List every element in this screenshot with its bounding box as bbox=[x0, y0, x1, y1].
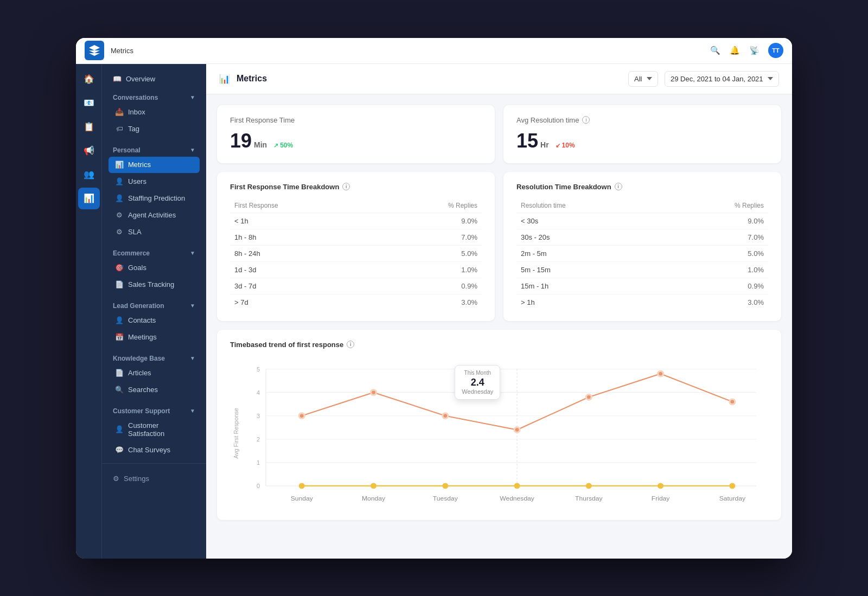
value-cell: 0.9% bbox=[376, 278, 482, 294]
sidebar-item-sla[interactable]: ⚙ SLA bbox=[108, 224, 200, 240]
section-header-personal[interactable]: Personal ▼ bbox=[106, 142, 202, 156]
title-bar: Metrics 🔍 🔔 📡 TT bbox=[76, 38, 792, 64]
section-header-lead-generation[interactable]: Lead Generation ▼ bbox=[106, 298, 202, 312]
sidebar-content: 📖 Overview Conversations ▼ 📥 Inbox bbox=[102, 64, 206, 559]
sidebar-item-goals[interactable]: 🎯 Goals bbox=[108, 260, 200, 276]
staffing-label: Staffing Prediction bbox=[128, 194, 185, 202]
content-header: 📊 Metrics All 29 Dec, 2021 to 04 Jan, 20… bbox=[206, 64, 792, 94]
overview-label: Overview bbox=[126, 75, 155, 83]
section-header-knowledge-base[interactable]: Knowledge Base ▼ bbox=[106, 350, 202, 364]
value-cell: 7.0% bbox=[663, 229, 768, 245]
search-icon[interactable]: 🔍 bbox=[710, 45, 720, 56]
section-header-conversations[interactable]: Conversations ▼ bbox=[106, 89, 202, 104]
meetings-icon: 📅 bbox=[115, 333, 124, 342]
col-replies-1: % Replies bbox=[376, 198, 482, 213]
first-response-title: First Response Time bbox=[230, 116, 482, 124]
sidebar: 🏠 📧 📋 📢 👥 📊 📖 Overview bbox=[76, 64, 206, 559]
sidebar-item-tag[interactable]: 🏷 Tag bbox=[108, 121, 200, 137]
sidebar-item-contacts[interactable]: 👤 Contacts bbox=[108, 312, 200, 329]
avg-resolution-badge: ↙ 10% bbox=[556, 142, 575, 149]
searches-icon: 🔍 bbox=[115, 386, 124, 394]
svg-text:Tuesday: Tuesday bbox=[433, 494, 458, 502]
main-content: 📊 Metrics All 29 Dec, 2021 to 04 Jan, 20… bbox=[206, 64, 792, 559]
svg-point-38 bbox=[587, 395, 591, 399]
sidebar-item-staffing-prediction[interactable]: 👤 Staffing Prediction bbox=[108, 190, 200, 207]
resolution-time-breakdown-table: Resolution time % Replies < 30s9.0%30s -… bbox=[516, 198, 768, 310]
first-response-value: 19 Min ↗ 50% bbox=[230, 130, 482, 152]
settings-button[interactable]: ⚙ Settings bbox=[108, 470, 200, 487]
first-response-card: First Response Time 19 Min ↗ 50% bbox=[217, 105, 495, 163]
sidebar-item-users[interactable]: 👤 Users bbox=[108, 174, 200, 190]
nav-home-icon[interactable]: 🏠 bbox=[78, 68, 100, 90]
range-cell: < 1h bbox=[230, 213, 376, 229]
avg-resolution-value: 15 Hr ↙ 10% bbox=[516, 130, 768, 152]
date-range-select[interactable]: 29 Dec, 2021 to 04 Jan, 2021 bbox=[665, 71, 779, 87]
section-header-customer-support[interactable]: Customer Support ▼ bbox=[106, 403, 202, 417]
user-avatar[interactable]: TT bbox=[768, 43, 783, 58]
sidebar-item-metrics[interactable]: 📊 Metrics bbox=[108, 157, 200, 173]
filter-all-select[interactable]: All bbox=[628, 71, 658, 87]
sidebar-item-agent-activities[interactable]: ⚙ Agent Activities bbox=[108, 207, 200, 223]
sidebar-overview-item[interactable]: 📖 Overview bbox=[106, 71, 202, 87]
inbox-icon: 📥 bbox=[115, 108, 124, 117]
metrics-label: Metrics bbox=[128, 161, 151, 169]
section-title-lead-generation: Lead Generation bbox=[113, 302, 164, 310]
nav-metrics-icon[interactable]: 📊 bbox=[78, 188, 100, 209]
first-response-badge: ↗ 50% bbox=[273, 142, 293, 149]
sidebar-item-customer-satisfaction[interactable]: 👤 Customer Satisfaction bbox=[108, 418, 200, 441]
svg-point-36 bbox=[515, 428, 519, 431]
chevron-ecommerce-icon: ▼ bbox=[190, 250, 195, 256]
sidebar-item-inbox[interactable]: 📥 Inbox bbox=[108, 104, 200, 120]
down-arrow-icon: ↙ bbox=[556, 142, 560, 149]
sidebar-item-sales-tracking[interactable]: 📄 Sales Tracking bbox=[108, 277, 200, 293]
range-cell: 1d - 3d bbox=[230, 261, 376, 278]
chart-title: Timebased trend of first response i bbox=[230, 341, 768, 349]
articles-label: Articles bbox=[128, 369, 151, 377]
sidebar-item-meetings[interactable]: 📅 Meetings bbox=[108, 329, 200, 345]
svg-point-23 bbox=[371, 483, 376, 489]
metric-cards-row: First Response Time 19 Min ↗ 50% bbox=[217, 105, 781, 163]
chevron-lead-generation-icon: ▼ bbox=[190, 303, 195, 309]
nav-inbox-icon[interactable]: 📧 bbox=[78, 92, 100, 114]
breakdown-cards-row: First Response Time Breakdown i First Re… bbox=[217, 172, 781, 321]
range-cell: 5m - 15m bbox=[516, 261, 663, 278]
notification-icon[interactable]: 📡 bbox=[749, 45, 760, 56]
sidebar-section-personal: Personal ▼ 📊 Metrics 👤 Users 👤 bbox=[102, 142, 206, 245]
svg-point-24 bbox=[442, 483, 448, 489]
table-row: < 1h9.0% bbox=[230, 213, 482, 229]
page-title: Metrics bbox=[237, 74, 267, 84]
sidebar-item-searches[interactable]: 🔍 Searches bbox=[108, 382, 200, 398]
range-cell: > 7d bbox=[230, 294, 376, 310]
surveys-label: Chat Surveys bbox=[128, 446, 170, 454]
sidebar-item-chat-surveys[interactable]: 💬 Chat Surveys bbox=[108, 442, 200, 458]
meetings-label: Meetings bbox=[128, 333, 157, 341]
nav-contacts-icon[interactable]: 👥 bbox=[78, 164, 100, 185]
svg-point-42 bbox=[731, 400, 735, 403]
sidebar-item-articles[interactable]: 📄 Articles bbox=[108, 365, 200, 381]
users-label: Users bbox=[128, 177, 146, 185]
section-title-customer-support: Customer Support bbox=[113, 407, 170, 415]
sidebar-section-ecommerce: Ecommerce ▼ 🎯 Goals 📄 Sales Tracking bbox=[102, 245, 206, 298]
chart-area: 0 1 2 3 4 5 Avg First Response Sunday Mo… bbox=[230, 357, 768, 509]
sidebar-footer: ⚙ Settings bbox=[102, 463, 206, 494]
value-cell: 3.0% bbox=[376, 294, 482, 310]
svg-text:Avg First Response: Avg First Response bbox=[233, 408, 239, 459]
header-filters: All 29 Dec, 2021 to 04 Jan, 2021 bbox=[628, 71, 779, 87]
tag-label: Tag bbox=[128, 125, 139, 133]
nav-reports-icon[interactable]: 📋 bbox=[78, 116, 100, 138]
svg-point-40 bbox=[659, 371, 662, 375]
value-cell: 9.0% bbox=[376, 213, 482, 229]
up-arrow-icon: ↗ bbox=[273, 142, 278, 149]
bell-icon[interactable]: 🔔 bbox=[729, 45, 740, 56]
svg-text:Wednesday: Wednesday bbox=[500, 494, 534, 502]
table-row: 5m - 15m1.0% bbox=[516, 261, 768, 278]
svg-point-32 bbox=[372, 390, 375, 394]
resolution-info-icon: i bbox=[615, 183, 622, 190]
value-cell: 9.0% bbox=[663, 213, 768, 229]
contacts-icon: 👤 bbox=[115, 316, 124, 325]
svg-text:Saturday: Saturday bbox=[719, 494, 745, 502]
nav-campaigns-icon[interactable]: 📢 bbox=[78, 140, 100, 162]
section-header-ecommerce[interactable]: Ecommerce ▼ bbox=[106, 245, 202, 259]
first-response-breakdown-table: First Response % Replies < 1h9.0%1h - 8h… bbox=[230, 198, 482, 310]
sidebar-section-customer-support: Customer Support ▼ 👤 Customer Satisfacti… bbox=[102, 403, 206, 463]
